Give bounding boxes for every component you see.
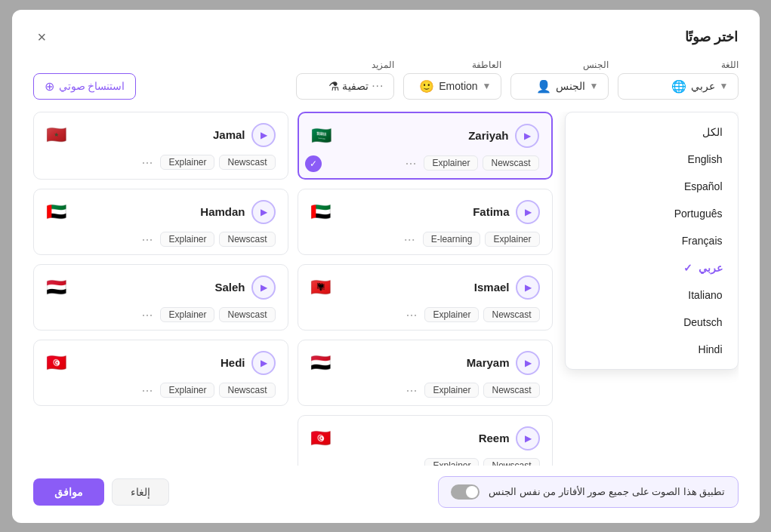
create-voice-button[interactable]: استنساخ صوتي ⊕ [33,73,137,100]
voice-tag: Newscast [483,458,539,466]
close-button[interactable]: × [33,28,51,46]
voice-tag: Explainer [160,155,214,170]
voice-name: Zariyah [338,129,509,142]
play-icon: ▶ [525,358,532,368]
play-button-zariyah[interactable]: ▶ [515,124,539,148]
chevron-down-icon: ▼ [590,81,599,91]
voice-card-fatima[interactable]: ▶ Fatima 🇦🇪 ExplainerE-learning ··· [298,189,553,255]
play-button-fatima[interactable]: ▶ [516,200,540,224]
play-icon: ▶ [261,282,267,293]
language-value: عربي [691,80,715,92]
voice-tag: Explainer [424,383,479,398]
more-tags-button[interactable]: ··· [402,383,420,397]
toggle-thumb [466,486,478,498]
more-tags-button[interactable]: ··· [138,155,156,169]
voice-tags: NewscastExplainer ··· [46,383,276,398]
flag-icon: 🇾🇪 [46,278,66,297]
voice-card-jamal[interactable]: ▶ Jamal 🇲🇦 NewscastExplainer ··· [33,112,288,180]
voice-tags: NewscastExplainer ··· [46,307,276,322]
play-icon: ▶ [261,358,267,368]
dropdown-item-deutsch[interactable]: Deutsch [566,309,738,336]
more-tags-button[interactable]: ··· [402,459,420,466]
flag-icon: 🇦🇪 [310,202,331,222]
dropdown-item-label: Hindi [699,343,723,355]
play-button-hedi[interactable]: ▶ [251,351,276,375]
main-content: الكلEnglishEspañolPortuguêsFrançaisعربي✓… [33,112,739,466]
voice-card-header: ▶ Maryam 🇾🇪 [310,351,540,375]
more-tags-button[interactable]: ··· [138,383,156,397]
emotion-select[interactable]: ▼ Emotion 🙂 [403,73,501,100]
dropdown-item-francais[interactable]: Français [566,227,738,254]
voice-tags: NewscastExplainer ··· [311,155,539,171]
more-tags-button[interactable]: ··· [401,232,418,246]
modal: اختر صوتًا × اللغة ▼ عربي 🌐 الجنس ▼ الجن… [12,10,760,523]
dropdown-item-label: Français [682,235,723,247]
voice-name: Saleh [72,281,245,294]
filters-row: اللغة ▼ عربي 🌐 الجنس ▼ الجنس 👤 العاطفة [33,60,739,100]
voice-card-hedi[interactable]: ▶ Hedi 🇹🇳 NewscastExplainer ··· [33,340,288,406]
voice-tag: Explainer [160,383,214,398]
footer-apply-section: تطبيق هذا الصوت على جميع صور الأفاتار من… [438,476,739,508]
smile-icon: 🙂 [419,79,434,94]
voice-name: Maryam [337,356,510,369]
voice-card-reem[interactable]: ▶ Reem 🇹🇳 NewscastExplainer ··· [298,415,553,466]
dropdown-item-arabic[interactable]: عربي✓ [566,254,738,281]
voice-tag: Newscast [219,307,275,322]
play-icon: ▶ [525,433,532,444]
check-icon: ✓ [683,262,692,274]
play-icon: ▶ [261,207,267,217]
dropdown-item-hindi[interactable]: Hindi [566,336,738,363]
language-filter-group: اللغة ▼ عربي 🌐 [618,60,739,100]
voice-card-ismael[interactable]: ▶ Ismael 🇦🇱 NewscastExplainer ··· [298,264,553,331]
flag-icon: 🇲🇦 [46,125,66,145]
voice-card-zariyah[interactable]: ▶ Zariyah 🇸🇦 NewscastExplainer ··· ✓ [298,112,553,180]
dropdown-item-espanol[interactable]: Español [566,173,738,200]
chevron-down-icon: ▼ [720,81,729,91]
voice-card-header: ▶ Fatima 🇦🇪 [310,200,540,224]
selected-check-icon: ✓ [305,155,322,172]
play-button-ismael[interactable]: ▶ [516,275,540,300]
dropdown-item-all[interactable]: الكل [566,118,738,146]
apply-text: تطبيق هذا الصوت على جميع صور الأفاتار من… [489,486,726,497]
language-label: اللغة [618,60,739,70]
voice-card-hamdan[interactable]: ▶ Hamdan 🇦🇪 NewscastExplainer ··· [33,189,288,255]
more-filter-label: تصفية [342,80,369,92]
dropdown-item-italiano[interactable]: Italiano [566,281,738,309]
language-dropdown-panel: الكلEnglishEspañolPortuguêsFrançaisعربي✓… [565,112,739,370]
play-icon: ▶ [525,282,532,293]
flag-icon: 🇦🇪 [46,202,66,222]
emotion-label: العاطفة [403,60,501,70]
play-button-jamal[interactable]: ▶ [251,123,276,147]
flag-icon: 🇹🇳 [46,353,66,373]
play-button-reem[interactable]: ▶ [516,426,540,451]
more-tags-button[interactable]: ··· [138,308,156,321]
flag-icon: 🇹🇳 [310,429,331,448]
gender-label: الجنس [510,60,609,70]
apply-toggle[interactable] [451,484,480,500]
voice-card-maryam[interactable]: ▶ Maryam 🇾🇪 NewscastExplainer ··· [298,340,553,406]
cancel-button[interactable]: إلغاء [112,478,169,506]
more-tags-button[interactable]: ··· [402,156,419,170]
gender-filter-group: الجنس ▼ الجنس 👤 [510,60,609,100]
globe-icon: 🌐 [671,79,686,94]
more-tags-button[interactable]: ··· [402,308,420,321]
confirm-button[interactable]: موافق [33,478,104,506]
voice-card-header: ▶ Zariyah 🇸🇦 [311,124,539,148]
create-voice-label: استنساخ صوتي [59,80,125,92]
play-button-hamdan[interactable]: ▶ [251,200,276,224]
gender-placeholder: الجنس [556,80,585,92]
play-icon: ▶ [525,207,532,217]
voice-tag: Explainer [424,155,478,171]
voice-name: Fatima [337,205,510,218]
play-button-maryam[interactable]: ▶ [516,351,540,375]
more-tags-button[interactable]: ··· [138,232,156,246]
play-button-saleh[interactable]: ▶ [251,275,276,300]
dropdown-item-portugues[interactable]: Português [566,200,738,227]
voice-card-saleh[interactable]: ▶ Saleh 🇾🇪 NewscastExplainer ··· [33,264,288,331]
voice-tags: NewscastExplainer ··· [46,155,276,170]
dropdown-item-english[interactable]: English [566,146,738,173]
language-select[interactable]: ▼ عربي 🌐 [618,73,739,100]
more-filter-select[interactable]: ··· تصفية ⚗ [296,73,394,100]
dots-icon: ··· [372,79,384,93]
gender-select[interactable]: ▼ الجنس 👤 [510,73,609,100]
